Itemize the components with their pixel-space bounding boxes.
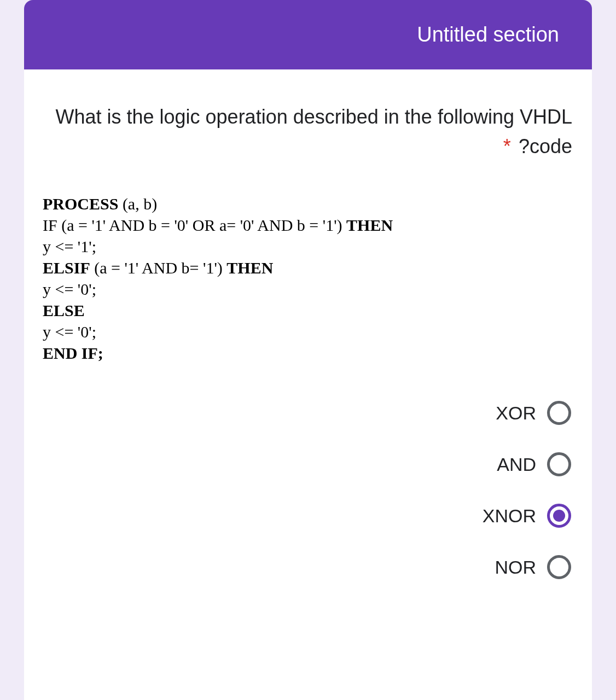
option-label: NOR — [495, 557, 536, 578]
radio-icon[interactable] — [547, 401, 571, 425]
option-xnor[interactable]: XNOR — [34, 504, 571, 528]
options-list: XOR AND XNOR NOR — [34, 401, 582, 601]
radio-icon[interactable] — [547, 555, 571, 579]
code-line-5: y <= '0'; — [43, 278, 573, 300]
code-line-2: IF (a = '1' AND b = '0' OR a= '0' AND b … — [43, 214, 573, 236]
code-line-7: y <= '0'; — [43, 321, 573, 342]
option-and[interactable]: AND — [34, 452, 571, 476]
required-star: * — [503, 135, 511, 158]
code-line-6: ELSE — [43, 300, 573, 321]
option-nor[interactable]: NOR — [34, 555, 571, 579]
question-text: What is the logic operation described in… — [34, 102, 582, 161]
option-label: XOR — [496, 402, 536, 424]
radio-icon[interactable] — [547, 504, 571, 528]
code-line-3: y <= '1'; — [43, 236, 573, 257]
code-line-8: END IF; — [43, 342, 573, 364]
question-block: What is the logic operation described in… — [24, 69, 592, 601]
code-block: PROCESS (a, b) IF (a = '1' AND b = '0' O… — [38, 189, 578, 368]
section-header: Untitled section — [24, 0, 592, 69]
option-label: AND — [497, 454, 536, 475]
section-title: Untitled section — [417, 23, 559, 46]
code-line-1: PROCESS (a, b) — [43, 193, 573, 214]
option-xor[interactable]: XOR — [34, 401, 571, 425]
code-line-4: ELSIF (a = '1' AND b= '1') THEN — [43, 257, 573, 278]
question-line1: What is the logic operation described in… — [55, 106, 432, 128]
radio-icon[interactable] — [547, 452, 571, 476]
form-card: Untitled section What is the logic opera… — [24, 0, 592, 700]
option-label: XNOR — [483, 505, 536, 527]
